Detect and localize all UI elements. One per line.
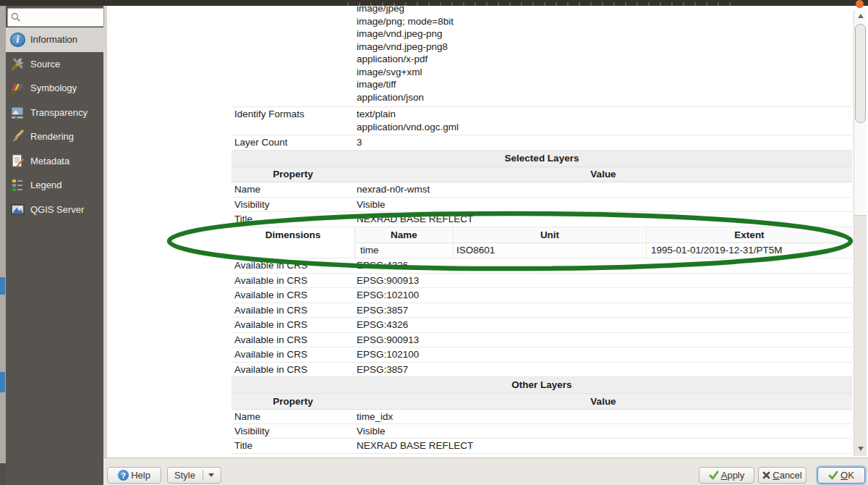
table-row-name: Name time_idx xyxy=(231,410,852,424)
cancel-button-label: Cancel xyxy=(773,470,801,481)
background-highlight-segment xyxy=(0,372,5,392)
sidebar-item-label: Metadata xyxy=(30,156,69,166)
background-window-edge-dark xyxy=(0,463,6,485)
table-row-dimensions: Dimensions Name Unit Extent time ISO8601… xyxy=(231,227,852,258)
dialog-gap xyxy=(103,6,107,457)
rendering-icon xyxy=(10,129,25,144)
help-button[interactable]: ? Help xyxy=(107,467,161,484)
dropdown-separator xyxy=(203,470,203,481)
sidebar-item-label: Legend xyxy=(30,180,61,190)
table-row-visibility: Visibility Visible xyxy=(231,198,852,212)
property-value: Visible xyxy=(354,198,852,211)
property-label: Available in CRS xyxy=(231,303,354,318)
sidebar-item-qgis-server[interactable]: QGIS Server xyxy=(6,198,103,222)
table-row-crs: Available in CRS EPSG:900913 xyxy=(231,333,852,348)
dim-value-name: time xyxy=(355,243,454,258)
cancel-button[interactable]: Cancel xyxy=(758,467,807,484)
dimensions-label: Dimensions xyxy=(231,227,354,258)
sidebar-item-metadata[interactable]: Metadata xyxy=(6,149,103,174)
sidebar-nav: i Information Source Symbology xyxy=(6,28,103,222)
property-label: Available in CRS xyxy=(231,258,354,273)
scroll-up-icon[interactable] xyxy=(854,10,867,22)
sidebar-item-symbology[interactable]: Symbology xyxy=(6,76,103,101)
section-header-selected-layers: Selected Layers xyxy=(231,151,852,167)
column-header-row: Property Value xyxy=(231,394,852,410)
format-value: image/vnd.jpeg-png xyxy=(357,28,852,41)
sidebar-item-label: Rendering xyxy=(30,131,74,142)
format-value: image/png; mode=8bit xyxy=(357,15,852,28)
table-row-crs: Available in CRS EPSG:900913 xyxy=(231,274,852,289)
information-panel: image/jpeg image/png; mode=8bit image/vn… xyxy=(107,6,868,457)
sidebar-item-legend[interactable]: Legend xyxy=(6,173,103,198)
source-icon xyxy=(10,56,25,72)
table-row-image-formats: image/jpeg image/png; mode=8bit image/vn… xyxy=(231,6,852,107)
sidebar-item-information[interactable]: i Information xyxy=(6,28,103,52)
property-label: Available in CRS xyxy=(231,333,354,347)
ok-button[interactable]: OK xyxy=(817,467,865,484)
property-value: EPSG:3857 xyxy=(354,303,852,318)
property-value: EPSG:102100 xyxy=(354,288,852,303)
dimensions-subtable: Name Unit Extent time ISO8601 1995-01-01… xyxy=(354,227,852,258)
ok-button-label: OK xyxy=(841,470,854,481)
format-value: image/tiff xyxy=(357,78,852,91)
section-header-other-layers: Other Layers xyxy=(231,377,852,394)
scroll-down-icon[interactable] xyxy=(854,443,867,455)
sidebar-item-label: Source xyxy=(30,59,60,69)
window-close-icon[interactable] xyxy=(856,0,864,8)
column-header-value: Value xyxy=(354,394,852,409)
background-highlight-segment xyxy=(0,277,5,295)
search-icon xyxy=(11,12,21,22)
dim-value-extent: 1995-01-01/2019-12-31/PT5M xyxy=(647,243,852,258)
property-label: Visibility xyxy=(231,424,354,438)
check-icon xyxy=(709,471,719,480)
search-input[interactable] xyxy=(21,12,93,22)
sidebar-item-source[interactable]: Source xyxy=(6,52,103,77)
legend-icon xyxy=(10,177,25,193)
property-value: NEXRAD BASE REFLECT xyxy=(354,439,852,453)
table-row-layer-count: Layer Count 3 xyxy=(231,135,852,151)
check-icon xyxy=(828,471,838,480)
column-header-value: Value xyxy=(354,167,852,182)
help-button-label: Help xyxy=(131,470,150,481)
format-value: application/x-pdf xyxy=(357,53,852,66)
table-row-title: Title NEXRAD BASE REFLECT xyxy=(231,439,852,454)
transparency-icon xyxy=(10,105,25,120)
sidebar-item-label: QGIS Server xyxy=(30,204,84,215)
sidebar-item-label: Symbology xyxy=(30,83,77,93)
column-header-property: Property xyxy=(231,394,354,409)
property-label: Identify Formats xyxy=(231,108,354,135)
style-dropdown-button[interactable]: Style xyxy=(167,467,221,484)
sidebar-item-transparency[interactable]: Transparency xyxy=(6,101,103,125)
property-value: EPSG:900913 xyxy=(354,333,852,347)
property-label: Available in CRS xyxy=(231,347,354,362)
format-value: application/json xyxy=(357,91,852,104)
property-value: time_idx xyxy=(354,410,852,423)
property-value: EPSG:4326 xyxy=(354,318,852,332)
format-value: image/vnd.jpeg-png8 xyxy=(357,41,852,54)
property-value: application/vnd.ogc.gml xyxy=(357,121,852,134)
sidebar-item-label: Information xyxy=(30,34,77,45)
sidebar-item-rendering[interactable]: Rendering xyxy=(6,125,103,149)
scrollbar-thumb[interactable] xyxy=(855,24,866,123)
property-label: Title xyxy=(231,212,354,227)
table-row-crs: Available in CRS EPSG:102100 xyxy=(231,347,852,363)
help-icon: ? xyxy=(118,470,129,481)
vertical-scrollbar[interactable] xyxy=(854,10,867,456)
table-row-identify-formats: Identify Formats text/plain application/… xyxy=(231,107,852,135)
sidebar-search-box[interactable] xyxy=(7,8,104,27)
titlebar-clipped-text xyxy=(347,2,738,6)
property-label: Visibility xyxy=(231,198,354,211)
table-row-crs: Available in CRS EPSG:3857 xyxy=(231,363,852,378)
table-row-crs: Available in CRS EPSG:102100 xyxy=(231,288,852,303)
table-row-name: Name nexrad-n0r-wmst xyxy=(231,182,852,198)
apply-button-label: Apply xyxy=(721,470,745,481)
metadata-icon xyxy=(10,153,25,169)
dim-value-unit: ISO8601 xyxy=(454,243,647,258)
column-header-row: Property Value xyxy=(231,167,852,182)
property-label: Layer Count xyxy=(231,135,354,150)
window-titlebar xyxy=(0,0,868,6)
chevron-down-icon xyxy=(208,473,214,477)
property-label: Available in CRS xyxy=(231,274,354,288)
close-icon xyxy=(762,471,770,479)
apply-button[interactable]: Apply xyxy=(699,467,754,484)
